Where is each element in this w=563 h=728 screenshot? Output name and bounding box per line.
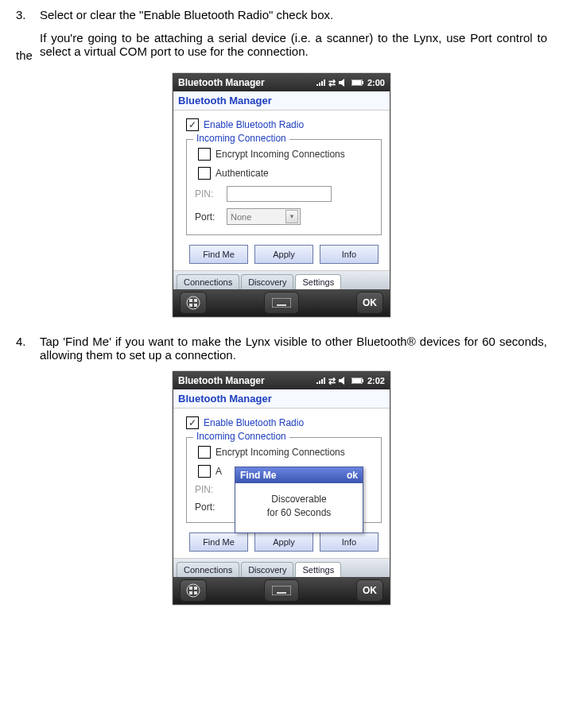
status-bar: Bluetooth Manager ⇄ 2:00: [173, 74, 390, 91]
paragraph-text: If you're going to be attaching a serial…: [40, 31, 547, 62]
panel: ✓ Enable Bluetooth Radio Incoming Connec…: [173, 409, 390, 558]
svg-rect-24: [194, 591, 197, 594]
svg-rect-3: [352, 80, 361, 85]
info-button[interactable]: Info: [320, 245, 379, 264]
svg-rect-26: [277, 592, 286, 594]
find-me-button[interactable]: Find Me: [189, 532, 248, 552]
status-title: Bluetooth Manager: [178, 375, 265, 386]
svg-rect-19: [352, 378, 361, 383]
window-title: Bluetooth Manager: [173, 91, 390, 110]
svg-point-20: [187, 584, 200, 597]
tab-bar: Connections Discovery Settings: [173, 558, 390, 577]
screenshot-1: Bluetooth Manager ⇄ 2:00 Bluetooth Manag…: [16, 73, 547, 317]
auth-checkbox[interactable]: [198, 167, 211, 180]
popup-line2: for 60 Seconds: [240, 506, 358, 520]
keyboard-button[interactable]: [264, 292, 299, 314]
port-select[interactable]: None ▼: [227, 208, 301, 225]
panel: ✓ Enable Bluetooth Radio Incoming Connec…: [173, 110, 390, 270]
enable-bluetooth-row: ✓ Enable Bluetooth Radio: [186, 416, 382, 429]
port-label: Port:: [195, 211, 227, 223]
screenshot-2: Bluetooth Manager ⇄ 2:02 Bluetooth Manag…: [16, 371, 547, 605]
start-button[interactable]: [180, 579, 207, 602]
encrypt-checkbox[interactable]: [198, 446, 211, 459]
svg-marker-0: [339, 79, 344, 87]
ok-button[interactable]: OK: [356, 579, 383, 602]
popup-ok[interactable]: ok: [347, 470, 358, 481]
svg-rect-9: [272, 298, 291, 308]
signal-icon: [316, 377, 325, 385]
port-label: Port:: [195, 501, 227, 513]
step-4: 4. Tap 'Find Me' if you want to make the…: [16, 335, 547, 362]
bottom-bar: OK: [173, 289, 390, 316]
volume-icon: [339, 377, 348, 385]
auth-row: Authenticate: [195, 167, 373, 180]
svg-marker-16: [339, 377, 344, 385]
status-time: 2:00: [367, 78, 385, 87]
popup-title-text: Find Me: [240, 470, 276, 481]
keyboard-button[interactable]: [264, 579, 299, 602]
tab-discovery[interactable]: Discovery: [241, 562, 293, 577]
encrypt-label: Encrypt Incoming Connections: [215, 447, 345, 458]
button-row: Find Me Apply Info: [186, 532, 382, 552]
step-3: 3. Select or clear the "Enable Bluetooth…: [16, 8, 547, 21]
tab-discovery[interactable]: Discovery: [241, 274, 293, 289]
svg-rect-23: [189, 591, 192, 594]
svg-point-4: [187, 296, 200, 309]
svg-rect-21: [189, 587, 192, 590]
svg-rect-18: [362, 379, 363, 382]
status-bar: Bluetooth Manager ⇄ 2:02: [173, 372, 390, 389]
status-title: Bluetooth Manager: [178, 77, 265, 88]
svg-rect-7: [189, 304, 192, 307]
bottom-bar: OK: [173, 577, 390, 604]
port-value: None: [231, 212, 251, 222]
step-text: Tap 'Find Me' if you want to make the Ly…: [40, 335, 547, 362]
enable-bluetooth-checkbox[interactable]: ✓: [186, 416, 199, 429]
step-number: 3.: [16, 8, 40, 21]
apply-button[interactable]: Apply: [254, 532, 313, 552]
network-icon: ⇄: [328, 78, 336, 88]
svg-rect-2: [362, 81, 363, 84]
network-icon: ⇄: [328, 376, 336, 386]
status-time: 2:02: [367, 376, 385, 385]
svg-rect-15: [277, 304, 286, 306]
encrypt-label: Encrypt Incoming Connections: [215, 149, 345, 160]
find-me-button[interactable]: Find Me: [189, 245, 248, 264]
signal-icon: [316, 79, 325, 87]
enable-bluetooth-label: Enable Bluetooth Radio: [204, 417, 304, 428]
popup-titlebar: Find Me ok: [235, 467, 363, 483]
group-legend: Incoming Connection: [193, 133, 289, 144]
battery-icon: [351, 378, 364, 384]
auth-checkbox[interactable]: [198, 465, 211, 478]
enable-bluetooth-row: ✓ Enable Bluetooth Radio: [186, 118, 382, 131]
encrypt-row: Encrypt Incoming Connections: [195, 446, 373, 459]
svg-rect-25: [272, 586, 291, 595]
encrypt-checkbox[interactable]: [198, 148, 211, 161]
popup-body: Discoverable for 60 Seconds: [235, 483, 363, 532]
ok-button[interactable]: OK: [356, 292, 383, 314]
chevron-down-icon: ▼: [285, 210, 298, 223]
pin-row: PIN:: [195, 186, 373, 202]
pin-label: PIN:: [195, 188, 227, 199]
apply-button[interactable]: Apply: [254, 245, 313, 264]
auth-row: A Find Me ok Discoverable for 60 Seconds: [195, 465, 373, 478]
device-frame: Bluetooth Manager ⇄ 2:00 Bluetooth Manag…: [173, 73, 390, 317]
button-row: Find Me Apply Info: [186, 245, 382, 264]
pin-input[interactable]: [227, 186, 332, 202]
info-button[interactable]: Info: [320, 532, 379, 552]
tab-settings[interactable]: Settings: [295, 562, 341, 577]
hanging-the: the: [16, 48, 40, 62]
tab-bar: Connections Discovery Settings: [173, 270, 390, 289]
enable-bluetooth-checkbox[interactable]: ✓: [186, 118, 199, 131]
encrypt-row: Encrypt Incoming Connections: [195, 148, 373, 161]
paragraph-serial: the If you're going to be attaching a se…: [16, 31, 547, 62]
tab-connections[interactable]: Connections: [177, 562, 239, 577]
step-number: 4.: [16, 335, 40, 362]
find-me-popup: Find Me ok Discoverable for 60 Seconds: [235, 467, 363, 533]
tab-settings[interactable]: Settings: [295, 274, 341, 289]
enable-bluetooth-label: Enable Bluetooth Radio: [204, 119, 304, 130]
start-button[interactable]: [180, 292, 207, 314]
svg-rect-6: [194, 299, 197, 302]
pin-label: PIN:: [195, 484, 227, 495]
tab-connections[interactable]: Connections: [177, 274, 239, 289]
device-frame: Bluetooth Manager ⇄ 2:02 Bluetooth Manag…: [173, 371, 390, 605]
